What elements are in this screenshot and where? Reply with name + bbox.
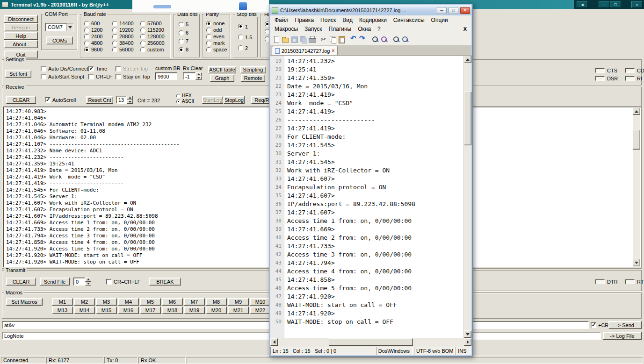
menu-item[interactable]: ? (374, 25, 384, 33)
menu-item[interactable]: Вид (339, 16, 356, 24)
transmit-clear-button[interactable]: CLEAR (6, 278, 36, 285)
tab-close-icon[interactable]: × (332, 48, 334, 53)
menu-item[interactable]: Плагины (326, 25, 355, 33)
scrollbar-thumb[interactable] (329, 338, 413, 346)
print-icon[interactable] (308, 35, 316, 43)
macro-button[interactable]: M3 (96, 298, 117, 306)
scroll-up-icon[interactable] (633, 107, 640, 115)
macro-button[interactable]: M17 (140, 307, 161, 314)
scrollbar-thumb[interactable] (464, 92, 471, 145)
stop-bits-option[interactable]: 1.5 (238, 32, 252, 43)
com-port-select[interactable]: COM7 (45, 23, 74, 31)
baud-rate-option[interactable]: 128000 (140, 33, 165, 40)
graph-button[interactable]: Graph (210, 74, 234, 82)
minimize-button[interactable]: ─ (599, 1, 610, 8)
spin-down-icon[interactable] (195, 76, 202, 80)
send-button[interactable]: -> Send (608, 321, 642, 329)
spin-up-icon[interactable] (195, 72, 202, 76)
terminal-command-button[interactable]: Disconnect (4, 15, 38, 23)
parity-option[interactable]: none (206, 20, 227, 27)
startlog-button[interactable]: StartLog (202, 96, 223, 104)
dtr-toggle[interactable]: DTR (595, 279, 618, 285)
baud-rate-option[interactable]: 57600 (140, 20, 165, 27)
save-icon[interactable] (290, 35, 298, 43)
macro-button[interactable]: M21 (228, 307, 249, 314)
macro-button[interactable]: M16 (118, 307, 139, 314)
macro-button[interactable]: M15 (96, 307, 117, 314)
menu-item[interactable]: Синтаксисы (390, 16, 428, 24)
close-button[interactable]: × (631, 1, 643, 8)
terminal-command-button[interactable]: Help (4, 32, 38, 40)
receive-clear-button[interactable]: CLEAR (6, 96, 36, 104)
baud-rate-option[interactable]: 600 (84, 20, 102, 27)
spin-down-icon[interactable] (127, 100, 133, 104)
data-bits-option[interactable]: 7 (179, 37, 188, 45)
menu-item[interactable]: Макросы (271, 25, 301, 33)
settings-checkbox[interactable]: Stream log (116, 64, 150, 72)
baud-rate-option[interactable]: 115200 (140, 27, 165, 33)
chevron-down-icon[interactable] (66, 23, 73, 31)
data-bits-option[interactable]: 5 (179, 20, 188, 29)
terminal-command-button[interactable]: ReScan (4, 23, 38, 31)
settings-checkbox[interactable]: Auto Dis/Connect (41, 64, 88, 72)
rx-clear-stepper[interactable]: -1 (183, 72, 202, 80)
menu-item[interactable]: Файл (271, 16, 292, 24)
find-icon[interactable] (371, 35, 379, 43)
baud-rate-option[interactable]: 56000 (112, 46, 134, 53)
settings-checkbox[interactable]: Stay on Top (116, 72, 150, 80)
macro-button[interactable]: M5 (140, 298, 161, 306)
menu-item[interactable]: Поиск (317, 16, 339, 24)
macro-button[interactable]: M9 (228, 298, 249, 306)
maximize-button[interactable]: □ (610, 1, 621, 8)
scroll-right-icon[interactable] (464, 338, 471, 346)
settings-checkbox[interactable]: CR=LF (88, 72, 112, 80)
copy-icon[interactable] (329, 35, 337, 43)
undo-icon[interactable] (350, 35, 358, 43)
settings-checkbox[interactable]: AutoStart Script (41, 72, 88, 80)
log-file-button[interactable]: -> Log File (603, 332, 642, 340)
macro-button[interactable]: M7 (184, 298, 205, 306)
data-bits-option[interactable]: 8 (179, 45, 188, 54)
scroll-down-icon[interactable] (464, 330, 471, 338)
macro-button[interactable]: M1 (52, 298, 73, 306)
cut-icon[interactable] (320, 35, 328, 43)
baud-rate-option[interactable]: 19200 (112, 27, 134, 33)
menu-item[interactable]: Окна (355, 25, 374, 33)
menu-item[interactable]: Запуск (301, 25, 326, 33)
menu-item[interactable]: Правка (292, 16, 318, 24)
baud-rate-option[interactable]: 38400 (112, 40, 134, 46)
custom-br-input[interactable]: 9600 (155, 72, 177, 80)
receive-scrollbar[interactable] (633, 107, 640, 266)
autoscroll-checkbox[interactable]: AutoScroll (45, 96, 76, 104)
zoom-in-icon[interactable] (392, 35, 400, 43)
macro-button[interactable]: M20 (206, 307, 227, 314)
set-font-button[interactable]: Set font (5, 70, 31, 78)
settings-checkbox[interactable]: Time (88, 64, 112, 72)
reset-cnt-button[interactable]: Reset Cnt (86, 96, 113, 104)
hex-radio[interactable]: HEX (176, 93, 192, 99)
scroll-left-icon[interactable] (270, 338, 278, 346)
break-button[interactable]: BREAK (149, 278, 181, 285)
parity-option[interactable]: odd (206, 27, 227, 33)
spin-down-icon[interactable] (85, 282, 91, 286)
macro-button[interactable]: M6 (162, 298, 183, 306)
baud-rate-option[interactable]: 9600 (84, 46, 102, 53)
set-macros-button[interactable]: Set Macros (6, 298, 43, 306)
spin-up-icon[interactable] (85, 278, 91, 282)
macro-button[interactable]: M4 (118, 298, 139, 306)
macro-button[interactable]: M13 (52, 307, 73, 314)
spin-up-icon[interactable] (127, 96, 133, 100)
back-button[interactable]: ◄ (577, 1, 588, 8)
open-folder-icon[interactable] (281, 35, 289, 43)
coms-button[interactable]: COMs (46, 36, 73, 44)
data-bits-option[interactable]: 6 (179, 29, 188, 37)
tab-log-file[interactable]: 20150317142727.log × (272, 46, 338, 55)
macro-button[interactable]: M19 (184, 307, 205, 314)
close-button[interactable]: × (460, 7, 470, 14)
macro-button[interactable]: M14 (74, 307, 95, 314)
editor-vertical-scrollbar[interactable] (463, 56, 471, 338)
baud-rate-option[interactable]: 4800 (84, 40, 102, 46)
baud-rate-option[interactable]: 28800 (112, 33, 134, 40)
minimize-button[interactable]: ─ (437, 7, 447, 14)
cr-crlf-checkbox[interactable]: CR=CR+LF (106, 278, 140, 285)
